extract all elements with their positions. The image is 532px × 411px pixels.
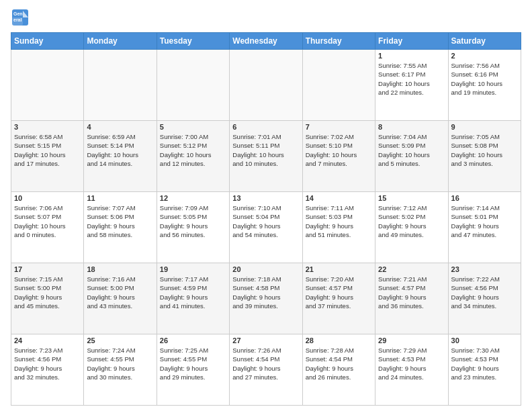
day-info: Sunrise: 7:12 AM Sunset: 5:02 PM Dayligh… [378,203,445,239]
calendar-cell: 30Sunrise: 7:30 AM Sunset: 4:53 PM Dayli… [448,334,521,406]
calendar-cell [84,50,157,121]
logo: Gen eral [11,8,32,27]
day-number: 22 [378,265,445,273]
day-info: Sunrise: 7:09 AM Sunset: 5:05 PM Dayligh… [160,203,226,239]
day-info: Sunrise: 7:21 AM Sunset: 4:57 PM Dayligh… [378,275,445,310]
day-info: Sunrise: 7:16 AM Sunset: 5:00 PM Dayligh… [87,275,153,310]
calendar-cell: 5Sunrise: 7:00 AM Sunset: 5:12 PM Daylig… [157,121,229,192]
day-number: 19 [160,265,226,273]
day-info: Sunrise: 6:59 AM Sunset: 5:14 PM Dayligh… [87,132,153,168]
day-number: 20 [232,265,299,273]
calendar-cell: 18Sunrise: 7:16 AM Sunset: 5:00 PM Dayli… [84,263,157,334]
calendar-week-row: 1Sunrise: 7:55 AM Sunset: 6:17 PM Daylig… [11,50,521,121]
day-info: Sunrise: 7:04 AM Sunset: 5:09 PM Dayligh… [378,132,445,168]
day-number: 30 [451,336,518,345]
day-info: Sunrise: 7:11 AM Sunset: 5:03 PM Dayligh… [306,203,372,239]
day-info: Sunrise: 7:56 AM Sunset: 6:16 PM Dayligh… [451,61,518,97]
day-info: Sunrise: 7:22 AM Sunset: 4:56 PM Dayligh… [451,275,518,310]
day-info: Sunrise: 6:58 AM Sunset: 5:15 PM Dayligh… [14,132,81,168]
calendar-cell: 2Sunrise: 7:56 AM Sunset: 6:16 PM Daylig… [448,50,521,121]
calendar-header-row: SundayMondayTuesdayWednesdayThursdayFrid… [11,33,521,50]
day-info: Sunrise: 7:07 AM Sunset: 5:06 PM Dayligh… [87,203,153,239]
day-number: 28 [306,336,372,345]
logo-icon: Gen eral [11,8,30,27]
calendar-cell: 4Sunrise: 6:59 AM Sunset: 5:14 PM Daylig… [84,121,157,192]
calendar-cell: 19Sunrise: 7:17 AM Sunset: 4:59 PM Dayli… [157,263,229,334]
weekday-header: Friday [375,33,448,50]
day-number: 9 [451,123,518,131]
calendar-cell: 21Sunrise: 7:20 AM Sunset: 4:57 PM Dayli… [302,263,375,334]
weekday-header: Thursday [302,33,375,50]
day-number: 24 [14,336,81,345]
day-info: Sunrise: 7:29 AM Sunset: 4:53 PM Dayligh… [378,346,445,381]
calendar-cell: 11Sunrise: 7:07 AM Sunset: 5:06 PM Dayli… [84,192,157,263]
day-info: Sunrise: 7:14 AM Sunset: 5:01 PM Dayligh… [451,203,518,239]
day-info: Sunrise: 7:55 AM Sunset: 6:17 PM Dayligh… [378,61,445,97]
calendar-cell: 7Sunrise: 7:02 AM Sunset: 5:10 PM Daylig… [302,121,375,192]
calendar-cell: 15Sunrise: 7:12 AM Sunset: 5:02 PM Dayli… [375,192,448,263]
day-info: Sunrise: 7:24 AM Sunset: 4:55 PM Dayligh… [87,346,153,381]
calendar-cell: 12Sunrise: 7:09 AM Sunset: 5:05 PM Dayli… [157,192,229,263]
day-number: 21 [306,265,372,273]
weekday-header: Saturday [448,33,521,50]
day-info: Sunrise: 7:18 AM Sunset: 4:58 PM Dayligh… [232,275,299,310]
calendar-cell: 26Sunrise: 7:25 AM Sunset: 4:55 PM Dayli… [157,334,229,406]
day-number: 13 [232,194,299,202]
weekday-header: Wednesday [230,33,302,50]
day-number: 10 [14,194,81,202]
day-number: 15 [378,194,445,202]
calendar-cell: 3Sunrise: 6:58 AM Sunset: 5:15 PM Daylig… [11,121,84,192]
day-info: Sunrise: 7:26 AM Sunset: 4:54 PM Dayligh… [232,346,299,381]
day-number: 27 [232,336,299,345]
day-number: 16 [451,194,518,202]
day-number: 6 [232,123,299,131]
day-number: 2 [451,52,518,60]
day-info: Sunrise: 7:00 AM Sunset: 5:12 PM Dayligh… [160,132,226,168]
day-info: Sunrise: 7:10 AM Sunset: 5:04 PM Dayligh… [232,203,299,239]
day-number: 29 [378,336,445,345]
day-number: 7 [306,123,372,131]
day-info: Sunrise: 7:20 AM Sunset: 4:57 PM Dayligh… [306,275,372,310]
day-number: 26 [160,336,226,345]
calendar-cell [11,50,84,121]
calendar-cell: 1Sunrise: 7:55 AM Sunset: 6:17 PM Daylig… [375,50,448,121]
calendar-cell: 22Sunrise: 7:21 AM Sunset: 4:57 PM Dayli… [375,263,448,334]
page: Gen eral SundayMondayTuesdayWednesdayThu… [0,0,532,411]
calendar-week-row: 3Sunrise: 6:58 AM Sunset: 5:15 PM Daylig… [11,121,521,192]
day-number: 17 [14,265,81,273]
calendar-cell: 25Sunrise: 7:24 AM Sunset: 4:55 PM Dayli… [84,334,157,406]
day-info: Sunrise: 7:23 AM Sunset: 4:56 PM Dayligh… [14,346,81,381]
calendar-cell [230,50,302,121]
day-number: 1 [378,52,445,60]
day-number: 25 [87,336,153,345]
calendar-week-row: 24Sunrise: 7:23 AM Sunset: 4:56 PM Dayli… [11,334,521,406]
weekday-header: Monday [84,33,157,50]
day-info: Sunrise: 7:05 AM Sunset: 5:08 PM Dayligh… [451,132,518,168]
calendar-table: SundayMondayTuesdayWednesdayThursdayFrid… [11,32,521,406]
header: Gen eral [11,8,521,27]
calendar-cell: 20Sunrise: 7:18 AM Sunset: 4:58 PM Dayli… [230,263,302,334]
calendar-cell: 10Sunrise: 7:06 AM Sunset: 5:07 PM Dayli… [11,192,84,263]
day-number: 18 [87,265,153,273]
calendar-cell: 14Sunrise: 7:11 AM Sunset: 5:03 PM Dayli… [302,192,375,263]
day-info: Sunrise: 7:25 AM Sunset: 4:55 PM Dayligh… [160,346,226,381]
calendar-cell: 17Sunrise: 7:15 AM Sunset: 5:00 PM Dayli… [11,263,84,334]
calendar-cell: 13Sunrise: 7:10 AM Sunset: 5:04 PM Dayli… [230,192,302,263]
day-info: Sunrise: 7:17 AM Sunset: 4:59 PM Dayligh… [160,275,226,310]
day-number: 4 [87,123,153,131]
day-number: 5 [160,123,226,131]
day-info: Sunrise: 7:28 AM Sunset: 4:54 PM Dayligh… [306,346,372,381]
day-number: 12 [160,194,226,202]
calendar-week-row: 10Sunrise: 7:06 AM Sunset: 5:07 PM Dayli… [11,192,521,263]
calendar-cell [302,50,375,121]
calendar-cell [157,50,229,121]
svg-text:eral: eral [13,17,22,22]
calendar-cell: 16Sunrise: 7:14 AM Sunset: 5:01 PM Dayli… [448,192,521,263]
calendar-week-row: 17Sunrise: 7:15 AM Sunset: 5:00 PM Dayli… [11,263,521,334]
calendar-cell: 8Sunrise: 7:04 AM Sunset: 5:09 PM Daylig… [375,121,448,192]
calendar-cell: 29Sunrise: 7:29 AM Sunset: 4:53 PM Dayli… [375,334,448,406]
day-info: Sunrise: 7:30 AM Sunset: 4:53 PM Dayligh… [451,346,518,381]
calendar-cell: 24Sunrise: 7:23 AM Sunset: 4:56 PM Dayli… [11,334,84,406]
calendar-cell: 28Sunrise: 7:28 AM Sunset: 4:54 PM Dayli… [302,334,375,406]
calendar-cell: 23Sunrise: 7:22 AM Sunset: 4:56 PM Dayli… [448,263,521,334]
